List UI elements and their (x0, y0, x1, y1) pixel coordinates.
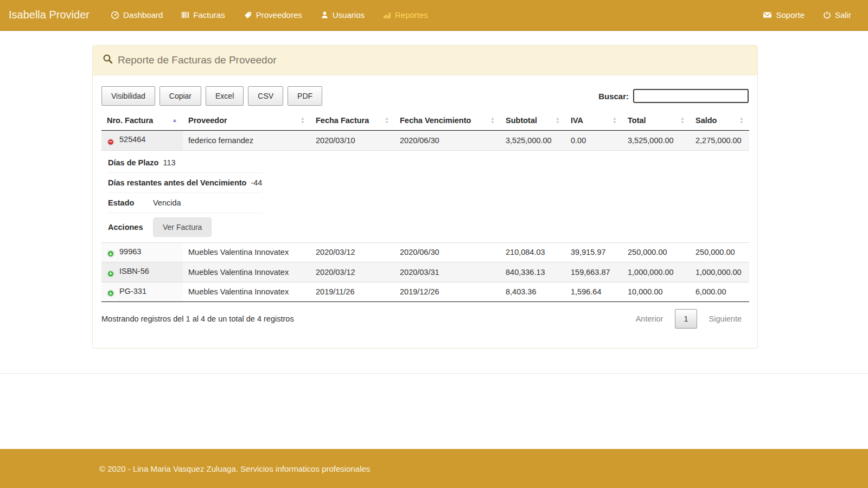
cell-total: 1,000,000.00 (622, 262, 690, 282)
cell-proveedor: Muebles Valentina Innovatex (183, 262, 310, 282)
power-icon (823, 11, 831, 19)
cell-iva: 39,915.97 (565, 242, 622, 262)
cell-fecha-vencimiento: 2020/03/31 (394, 262, 500, 282)
sort-asc-icon: ▲ (172, 118, 177, 123)
header-row: Nro. Factura▲ Proveedor▲▼ Fecha Factura▲… (101, 111, 749, 131)
collapse-row-icon[interactable]: − (107, 138, 114, 146)
cell-saldo: 2,275,000.00 (690, 131, 749, 151)
search-input[interactable] (633, 89, 749, 103)
expand-row-icon[interactable]: + (107, 270, 114, 278)
nav-item-reportes[interactable]: Reportes (374, 0, 437, 30)
footer-divider (0, 373, 868, 374)
visibility-button[interactable]: Visibilidad (101, 86, 155, 106)
excel-button[interactable]: Excel (206, 86, 244, 106)
cell-fecha-vencimiento: 2020/06/30 (394, 131, 500, 151)
nav-item-soporte[interactable]: Soporte (754, 0, 814, 30)
cell-total: 250,000.00 (622, 242, 690, 262)
nav-label: Reportes (395, 10, 428, 20)
dashboard-icon (111, 11, 119, 20)
search-label: Buscar: (598, 92, 629, 101)
detail-list: Días de Plazo113 Días restantes antes de… (108, 153, 262, 240)
nav-item-usuarios[interactable]: Usuarios (311, 0, 374, 30)
pagination: Anterior 1 Siguiente (629, 309, 749, 329)
main-menu: Dashboard Facturas Proveedores Usuarios … (101, 0, 437, 30)
nav-item-dashboard[interactable]: Dashboard (101, 0, 172, 30)
expand-row-icon[interactable]: + (107, 250, 114, 258)
sort-icon: ▲▼ (739, 117, 744, 124)
report-panel: Reporte de Facturas de Proveedor Visibil… (92, 45, 758, 349)
cell-subtotal: 8,403.36 (500, 282, 565, 302)
cell-subtotal: 210,084.03 (500, 242, 565, 262)
column-header-proveedor[interactable]: Proveedor▲▼ (183, 111, 310, 131)
column-header-subtotal[interactable]: Subtotal▲▼ (500, 111, 565, 131)
cell-proveedor: federico fernandez (183, 131, 310, 151)
sort-icon: ▲▼ (556, 117, 560, 124)
row-detail: Días de Plazo113 Días restantes antes de… (101, 150, 749, 242)
detail-item-acciones: AccionesVer Factura (108, 213, 262, 240)
cell-nro-factura: ISBN-56 (119, 267, 149, 275)
sort-icon: ▲▼ (612, 117, 617, 124)
copyright-text: © 2020 - Lina Maria Vasquez Zuluaga. Ser… (99, 464, 370, 473)
csv-button[interactable]: CSV (248, 86, 283, 106)
table-row: −525464 federico fernandez 2020/03/10 20… (101, 131, 749, 151)
table-toolbar: Visibilidad Copiar Excel CSV PDF Buscar: (101, 86, 749, 106)
cell-fecha-factura: 2019/11/26 (310, 282, 394, 302)
barcode-icon (181, 11, 189, 19)
envelope-icon (763, 11, 772, 19)
table-row: +PG-331 Muebles Valentina Innovatex 2019… (101, 282, 749, 302)
cell-iva: 159,663.87 (565, 262, 622, 282)
invoices-table: Nro. Factura▲ Proveedor▲▼ Fecha Factura▲… (101, 111, 749, 302)
records-info: Mostrando registros del 1 al 4 de un tot… (101, 314, 294, 323)
column-header-nro-factura[interactable]: Nro. Factura▲ (101, 111, 183, 131)
tags-icon (244, 11, 252, 20)
sort-icon: ▲▼ (490, 117, 495, 124)
cell-fecha-vencimiento: 2020/06/30 (394, 242, 500, 262)
panel-body: Visibilidad Copiar Excel CSV PDF Buscar:… (93, 75, 757, 348)
cell-subtotal: 840,336.13 (500, 262, 565, 282)
detail-item-dias-plazo: Días de Plazo113 (108, 153, 262, 173)
sort-icon: ▲▼ (680, 117, 685, 124)
previous-page-button[interactable]: Anterior (629, 310, 671, 328)
expand-row-icon[interactable]: + (107, 290, 114, 297)
column-header-total[interactable]: Total▲▼ (622, 111, 690, 131)
status-value: Vencida (153, 198, 181, 207)
pdf-button[interactable]: PDF (288, 86, 322, 106)
nav-label: Dashboard (123, 10, 163, 20)
page-number-button[interactable]: 1 (675, 309, 697, 329)
nav-label: Salir (835, 10, 851, 20)
cell-fecha-factura: 2020/03/10 (310, 131, 394, 151)
column-header-saldo[interactable]: Saldo▲▼ (690, 111, 749, 131)
brand[interactable]: Isabella Provider (0, 9, 101, 21)
column-header-iva[interactable]: IVA▲▼ (565, 111, 622, 131)
detail-item-estado: EstadoVencida (108, 193, 262, 213)
nav-item-proveedores[interactable]: Proveedores (234, 0, 311, 30)
panel-heading: Reporte de Facturas de Proveedor (93, 46, 757, 75)
detail-item-dias-restantes: Días restantes antes del Vencimiento-44 (108, 173, 262, 193)
cell-nro-factura: 99963 (119, 247, 141, 256)
search-icon (103, 54, 113, 67)
view-invoice-button[interactable]: Ver Factura (153, 217, 212, 237)
cell-saldo: 1,000,000.00 (690, 262, 749, 282)
cell-saldo: 6,000.00 (690, 282, 749, 302)
cell-total: 10,000.00 (622, 282, 690, 302)
cell-nro-factura: 525464 (119, 135, 145, 144)
copy-button[interactable]: Copiar (159, 86, 201, 106)
cell-saldo: 250,000.00 (690, 242, 749, 262)
column-header-fecha-factura[interactable]: Fecha Factura▲▼ (310, 111, 394, 131)
nav-item-facturas[interactable]: Facturas (172, 0, 234, 30)
table-footer: Mostrando registros del 1 al 4 de un tot… (101, 309, 749, 329)
next-page-button[interactable]: Siguiente (702, 310, 749, 328)
column-header-fecha-vencimiento[interactable]: Fecha Vencimiento▲▼ (394, 111, 500, 131)
cell-iva: 1,596.64 (565, 282, 622, 302)
search-box: Buscar: (598, 89, 749, 103)
cell-fecha-vencimiento: 2019/12/26 (394, 282, 500, 302)
page-title: Reporte de Facturas de Proveedor (118, 54, 277, 66)
export-buttons: Visibilidad Copiar Excel CSV PDF (101, 86, 322, 106)
cell-proveedor: Muebles Valentina Innovatex (183, 242, 310, 262)
bar-chart-icon (383, 11, 391, 19)
nav-item-salir[interactable]: Salir (814, 0, 860, 30)
nav-label: Soporte (776, 10, 805, 20)
cell-iva: 0.00 (565, 131, 622, 151)
sort-icon: ▲▼ (301, 117, 305, 124)
secondary-menu: Soporte Salir (754, 0, 868, 30)
